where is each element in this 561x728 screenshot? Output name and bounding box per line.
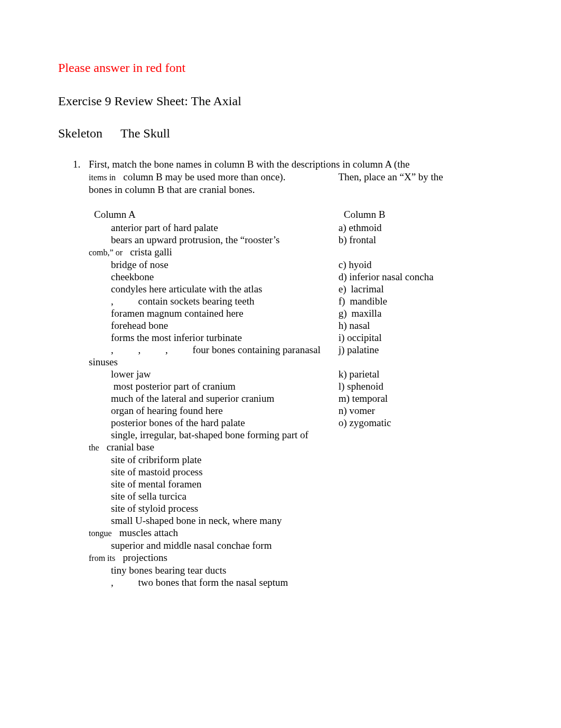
colA-desc-11: most posterior part of cranium bbox=[111, 381, 236, 392]
colA-desc-1: bears an upward protrusion, the “rooster… bbox=[111, 234, 279, 245]
colA-desc-18: site of mental foramen bbox=[111, 478, 201, 490]
r15-cont-b: cranial base bbox=[107, 441, 154, 453]
column-headers: Column A Column B bbox=[89, 208, 503, 220]
answer-blank[interactable] bbox=[89, 429, 111, 438]
answer-blank[interactable] bbox=[89, 514, 111, 524]
answer-blank[interactable] bbox=[89, 576, 111, 586]
row-12: much of the lateral and superior cranium… bbox=[89, 392, 503, 404]
colA-desc-8: forms the most inferior turbinate bbox=[111, 332, 242, 343]
colA-desc-2: bridge of nose bbox=[111, 259, 169, 270]
colA-desc-9: four bones containing paranasal bbox=[193, 344, 321, 355]
question-1-line3: bones in column B that are cranial bones… bbox=[89, 184, 503, 196]
answer-blank[interactable] bbox=[89, 539, 111, 549]
r22-cont-b: projections bbox=[123, 552, 167, 563]
row-0: anterior part of hard palate a) ethmoid bbox=[89, 222, 503, 234]
answer-blank[interactable] bbox=[116, 344, 138, 353]
answer-blank[interactable] bbox=[89, 295, 111, 305]
row-16: site of cribriform plate bbox=[89, 454, 503, 466]
colB-e-letter: e) bbox=[339, 283, 347, 294]
row-15: single, irregular, bat-shaped bone formi… bbox=[89, 429, 503, 441]
answer-blank[interactable] bbox=[89, 331, 111, 341]
exercise-title-line1: Exercise 9 Review Sheet: The Axial bbox=[58, 94, 503, 108]
row-2: bridge of nose c) hyoid bbox=[89, 259, 503, 271]
answer-blank[interactable] bbox=[89, 564, 111, 574]
colA-desc-24: two bones that form the nasal septum bbox=[138, 577, 288, 588]
q1-itemsin: items in bbox=[89, 173, 116, 182]
comma: , bbox=[111, 296, 114, 307]
colA-desc-14: posterior bones of the hard palate bbox=[111, 417, 245, 428]
answer-blank[interactable] bbox=[89, 392, 111, 402]
colA-desc-17: site of mastoid process bbox=[111, 466, 203, 477]
r22-cont-a: from its bbox=[89, 552, 115, 564]
document-page: Please answer in red font Exercise 9 Rev… bbox=[0, 0, 561, 728]
colA-desc-12: much of the lateral and superior cranium bbox=[111, 393, 274, 404]
column-b-header: Column B bbox=[344, 208, 386, 220]
answer-blank[interactable] bbox=[89, 502, 111, 512]
row-23: tiny bones bearing tear ducts bbox=[89, 564, 503, 576]
answer-blank[interactable] bbox=[89, 222, 111, 231]
comma: , bbox=[165, 344, 168, 355]
colA-desc-4: condyles here articulate with the atlas bbox=[111, 283, 262, 294]
colA-desc-7: forehead bone bbox=[111, 320, 168, 331]
title-word-skeleton: Skeleton bbox=[58, 126, 102, 140]
colA-desc-15: single, irregular, bat-shaped bone formi… bbox=[111, 429, 308, 440]
answer-blank[interactable] bbox=[116, 576, 138, 586]
row-7: forehead bone h) nasal bbox=[89, 319, 503, 331]
row-15-cont: the cranial base bbox=[89, 441, 503, 454]
answer-blank[interactable] bbox=[89, 368, 111, 377]
answer-blank[interactable] bbox=[89, 283, 111, 292]
colB-e-text: lacrimal bbox=[351, 283, 384, 294]
answer-blank[interactable] bbox=[89, 271, 111, 280]
question-text-1: First, match the bone names in column B … bbox=[89, 159, 501, 170]
question-number: 1. bbox=[73, 159, 89, 170]
colB-j: j) palatine bbox=[339, 344, 379, 356]
colA-desc-21: small U-shaped bone in neck, where many bbox=[111, 515, 282, 526]
colA-desc-0: anterior part of hard palate bbox=[111, 222, 218, 233]
r15-cont-a: the bbox=[89, 441, 99, 454]
comma: , bbox=[138, 344, 141, 355]
row-22: superior and middle nasal conchae form bbox=[89, 539, 503, 551]
colB-a: a) ethmoid bbox=[339, 222, 382, 234]
answer-blank[interactable] bbox=[89, 417, 111, 426]
colA-desc-6: foramen magnum contained here bbox=[111, 308, 244, 319]
row-9-cont: sinuses bbox=[89, 356, 503, 368]
row-8: forms the most inferior turbinate i) occ… bbox=[89, 331, 503, 344]
colB-d: d) inferior nasal concha bbox=[339, 271, 434, 283]
r21-cont-a: tongue bbox=[89, 527, 112, 539]
colB-f-letter: f) bbox=[339, 296, 345, 307]
row-4: condyles here articulate with the atlas … bbox=[89, 283, 503, 295]
answer-blank[interactable] bbox=[89, 490, 111, 500]
colA-desc-5: contain sockets bearing teeth bbox=[138, 296, 255, 307]
answer-blank[interactable] bbox=[89, 466, 111, 475]
r9-cont: sinuses bbox=[89, 356, 118, 367]
answer-blank[interactable] bbox=[89, 380, 111, 390]
colB-m: m) temporal bbox=[339, 392, 388, 404]
colA-desc-16: site of cribriform plate bbox=[111, 454, 201, 465]
exercise-title-line2: SkeletonThe Skull bbox=[58, 126, 503, 141]
colB-g-text: maxilla bbox=[351, 308, 381, 319]
colA-desc-10: lower jaw bbox=[111, 368, 151, 380]
row-20: site of styloid process bbox=[89, 502, 503, 514]
answer-blank[interactable] bbox=[89, 259, 111, 268]
answer-blank[interactable] bbox=[89, 454, 111, 463]
red-instruction: Please answer in red font bbox=[58, 61, 503, 75]
row-21-cont: tongue muscles attach bbox=[89, 527, 503, 539]
row-11: most posterior part of cranium l) spheno… bbox=[89, 380, 503, 392]
answer-blank[interactable] bbox=[89, 234, 111, 243]
colA-desc-13: organ of hearing found here bbox=[111, 405, 223, 416]
answer-blank[interactable] bbox=[89, 307, 111, 317]
colB-k: k) parietal bbox=[339, 368, 380, 380]
answer-blank[interactable] bbox=[143, 344, 165, 353]
q1-line2a: column B may be used more than once). bbox=[123, 171, 285, 182]
row-1: bears an upward protrusion, the “rooster… bbox=[89, 234, 503, 246]
answer-blank[interactable] bbox=[89, 478, 111, 487]
row-24: , two bones that form the nasal septum bbox=[89, 576, 503, 588]
row-21: small U-shaped bone in neck, where many bbox=[89, 514, 503, 527]
r1-cont-b: crista galli bbox=[130, 246, 172, 257]
answer-blank[interactable] bbox=[171, 344, 193, 353]
answer-blank[interactable] bbox=[89, 404, 111, 414]
answer-blank[interactable] bbox=[89, 344, 111, 353]
answer-blank[interactable] bbox=[89, 319, 111, 329]
answer-blank[interactable] bbox=[116, 295, 138, 305]
row-10: lower jaw k) parietal bbox=[89, 368, 503, 380]
